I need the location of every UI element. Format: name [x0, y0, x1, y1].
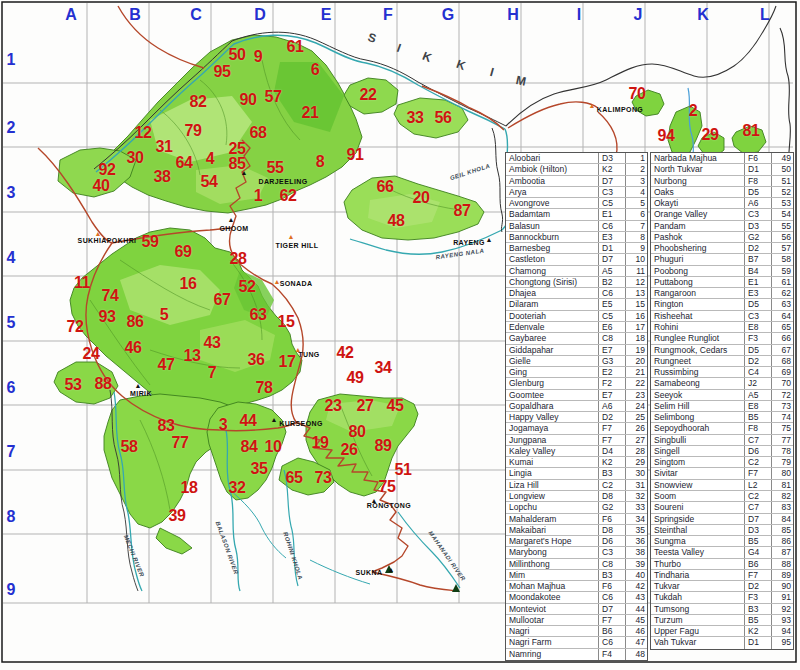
estate-grid-ref: F8 [745, 423, 772, 433]
estate-number-ref: 2 [626, 164, 647, 174]
estate-grid-ref: A6 [745, 198, 772, 208]
estate-name: Selim Hill [651, 401, 745, 411]
estate-grid-ref: L2 [745, 480, 772, 490]
estate-number-ref: 7 [626, 221, 647, 231]
estate-number-ref: 62 [772, 288, 793, 298]
estate-name: Mim [506, 570, 599, 580]
estate-name: Thurbo [651, 559, 745, 569]
legend-row: SingtomC279 [651, 457, 793, 468]
estate-number-ref: 6 [626, 209, 647, 219]
estate-grid-ref: D7 [599, 254, 626, 264]
estate-number-ref: 9 [626, 243, 647, 253]
estate-number-ref: 72 [772, 390, 793, 400]
estate-grid-ref: D1 [745, 164, 772, 174]
estate-number-ref: 32 [626, 491, 647, 501]
estate-grid-ref: D8 [599, 525, 626, 535]
estate-name: Puttabong [651, 277, 745, 287]
estate-grid-ref: A5 [599, 266, 626, 276]
estate-number-ref: 33 [626, 502, 647, 512]
estate-grid-ref: D7 [599, 176, 626, 186]
estate-name: Dhajea [506, 288, 599, 298]
legend-row: SpringsideD784 [651, 514, 793, 525]
estate-grid-ref: F6 [599, 514, 626, 524]
estate-name: Mahalderam [506, 514, 599, 524]
estate-grid-ref: E7 [599, 390, 626, 400]
estate-number-ref: 90 [772, 581, 793, 591]
estate-number-ref: 23 [626, 390, 647, 400]
estate-name: Rungmook, Cedars [651, 345, 745, 355]
estate-grid-ref: F3 [745, 592, 772, 602]
legend-row: Liza HillC231 [506, 480, 647, 491]
estate-number-ref: 91 [772, 592, 793, 602]
estate-name: Gopaldhara [506, 401, 599, 411]
estate-name: Moondakotee [506, 592, 599, 602]
estate-name: Rangaroon [651, 288, 745, 298]
estate-number-ref: 61 [772, 277, 793, 287]
legend-row: Orange ValleyC354 [651, 209, 793, 220]
estate-name: Mohan Majhua [506, 581, 599, 591]
legend-row: MahalderamF634 [506, 514, 647, 525]
legend-row: PuttabongE161 [651, 277, 793, 288]
estate-name: Chamong [506, 266, 599, 276]
legend-row: TukvarD290 [651, 581, 793, 592]
estate-grid-ref: C3 [745, 311, 772, 321]
legend-row: RangaroonE362 [651, 288, 793, 299]
legend-row: SingbulliC777 [651, 435, 793, 446]
estate-grid-ref: B5 [745, 615, 772, 625]
estate-grid-ref: D6 [745, 446, 772, 456]
estate-name: Ambiok (Hilton) [506, 164, 599, 174]
legend-row: Upper FaguK294 [651, 626, 793, 637]
legend-row: NurbongF851 [651, 176, 793, 187]
estate-name: Turzum [651, 615, 745, 625]
legend-row: SeeyokA572 [651, 390, 793, 401]
legend-row: GielleG320 [506, 356, 647, 367]
estate-name: Kaley Valley [506, 446, 599, 456]
estate-number-ref: 13 [626, 288, 647, 298]
estate-number-ref: 31 [626, 480, 647, 490]
estate-number-ref: 77 [772, 435, 793, 445]
legend-row: SepoydhoorahF875 [651, 423, 793, 434]
estate-name: Aloobari [506, 153, 599, 163]
estate-number-ref: 56 [772, 232, 793, 242]
legend-row: EdenvaleE617 [506, 322, 647, 333]
legend-row: MullootarF745 [506, 615, 647, 626]
estate-grid-ref: C7 [745, 435, 772, 445]
estate-name: Pashok [651, 232, 745, 242]
estate-grid-ref: B3 [599, 468, 626, 478]
estate-grid-ref: B4 [745, 266, 772, 276]
estate-number-ref: 51 [772, 176, 793, 186]
legend-row: MakaibariD835 [506, 525, 647, 536]
estate-number-ref: 74 [772, 412, 793, 422]
estate-number-ref: 48 [626, 649, 647, 660]
estate-number-ref: 1 [626, 153, 647, 163]
estate-number-ref: 63 [772, 299, 793, 309]
legend-table-left: AloobariD31Ambiok (Hilton)K22AmbootiaD73… [505, 152, 648, 661]
estate-name: North Tukvar [651, 164, 745, 174]
estate-grid-ref: E6 [599, 322, 626, 332]
estate-name: Pandam [651, 221, 745, 231]
legend-row: BadamtamE16 [506, 209, 647, 220]
estate-name: Orange Valley [651, 209, 745, 219]
estate-name: Phuguri [651, 254, 745, 264]
estate-grid-ref: E2 [599, 367, 626, 377]
estate-grid-ref: C5 [599, 311, 626, 321]
estate-grid-ref: E5 [599, 299, 626, 309]
legend-row: Chongtong (Sirisi)B212 [506, 277, 647, 288]
estate-grid-ref: C2 [745, 457, 772, 467]
legend-row: MoondakoteeC643 [506, 592, 647, 603]
legend-row: PhuguriB758 [651, 254, 793, 265]
estate-name: Singell [651, 446, 745, 456]
estate-grid-ref: F7 [599, 423, 626, 433]
estate-number-ref: 81 [772, 480, 793, 490]
estate-number-ref: 30 [626, 468, 647, 478]
estate-number-ref: 44 [626, 604, 647, 614]
estate-name: Mullootar [506, 615, 599, 625]
estate-name: Badamtam [506, 209, 599, 219]
estate-grid-ref: B3 [599, 570, 626, 580]
estate-grid-ref: J2 [745, 378, 772, 388]
estate-name: Poobong [651, 266, 745, 276]
legend-row: TukdahF391 [651, 592, 793, 603]
estate-grid-ref: F6 [599, 581, 626, 591]
estate-name: Singtom [651, 457, 745, 467]
legend-row: GaybareeC818 [506, 333, 647, 344]
